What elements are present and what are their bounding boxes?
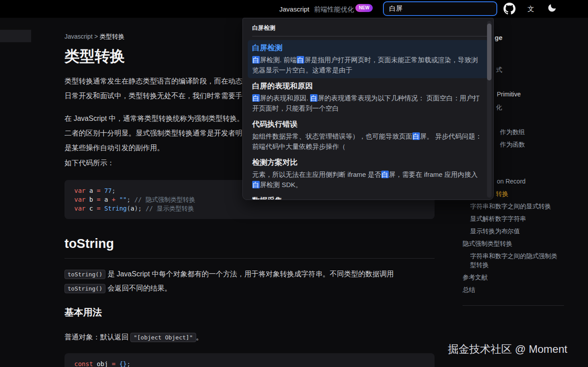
paragraph-line: 在 JavaScript 中，通常将类型转换统称为强制类型转换。 bbox=[64, 111, 244, 126]
toc-item[interactable]: 作为函数 bbox=[500, 141, 525, 149]
search-result[interactable]: 代码执行错误如组件数据异常、状态管理错误等），也可能导致页面白屏。 异步代码问题… bbox=[248, 116, 488, 155]
search-result-title: 代码执行错误 bbox=[252, 120, 484, 129]
breadcrumb-section[interactable]: Javascript bbox=[64, 33, 93, 40]
code-line: const obj = {}; bbox=[74, 359, 425, 367]
dropdown-scrollbar-track[interactable] bbox=[487, 21, 491, 198]
nav-link-performance[interactable]: 前端性能优化 bbox=[314, 5, 354, 14]
search-result-snippet: 元素，所以无法在主应用侧判断 iframe 是否白屏，需要在 iframe 应用… bbox=[252, 169, 484, 190]
breadcrumb: Javascript > 类型转换 bbox=[64, 33, 125, 41]
search-result[interactable]: 白屏的表现和原因白屏的表现和原因. 白屏的表现通常表现为以下几种情况： 页面空白… bbox=[248, 78, 488, 116]
toc-item[interactable]: 字符串和数字之间的显式转换 bbox=[470, 203, 551, 211]
results-section-header: 白屏检测 bbox=[252, 24, 490, 36]
toc-item[interactable]: on Record bbox=[497, 178, 526, 185]
breadcrumb-separator: > bbox=[94, 33, 98, 40]
search-result[interactable]: 数据采集 bbox=[248, 193, 488, 200]
github-icon[interactable] bbox=[503, 3, 516, 15]
watermark: 掘金技术社区 @ Moment bbox=[448, 342, 567, 356]
search-result[interactable]: 检测方案对比元素，所以无法在主应用侧判断 iframe 是否白屏，需要在 ifr… bbox=[248, 155, 488, 193]
toc-item[interactable]: 式 bbox=[496, 66, 502, 74]
toc-item[interactable]: 显式解析数字字符串 bbox=[470, 215, 526, 223]
breadcrumb-page: 类型转换 bbox=[100, 33, 125, 40]
toc-item[interactable]: 显示转换为布尔值 bbox=[470, 227, 520, 235]
paragraph-line: 二者的区别十分明显。显式强制类型转换通常是开发者明 bbox=[64, 126, 244, 140]
paragraph-line: 类型转换通常发生在静态类型语言的编译阶段，而在动态 bbox=[64, 74, 242, 88]
tostring-paragraph: toString() 是 JavaScript 中每个对象都有的一个方法，用于将… bbox=[64, 267, 435, 295]
toc-item[interactable]: 转换 bbox=[496, 190, 508, 198]
search-result-title: 白屏的表现和原因 bbox=[252, 81, 484, 91]
search-result-snippet: 白屏的表现和原因. 白屏的表现通常表现为以下几种情况： 页面空白：用户打开页面时… bbox=[252, 93, 484, 113]
toc-item[interactable]: 参考文献 bbox=[463, 274, 487, 282]
nav-link-javascript[interactable]: Javascript bbox=[279, 5, 310, 13]
paragraph-line: 是某些操作自动引发的副作用。 bbox=[64, 140, 244, 155]
paragraph-line: 日常开发和面试中，类型转换无处不在，我们时常需要手 bbox=[64, 88, 242, 103]
sidebar-edge bbox=[0, 30, 31, 42]
inline-code: toString() bbox=[64, 270, 105, 279]
search-result-snippet: 白屏检测. 前端白屏是指用户打开网页时，页面未能正常加载或渲染，导致浏览器显示一… bbox=[252, 55, 484, 75]
subsection-heading-basic-usage: 基本用法 bbox=[64, 306, 102, 319]
toc-item[interactable]: 作为数组 bbox=[500, 128, 525, 136]
search-results: 白屏检测白屏检测. 前端白屏是指用户打开网页时，页面未能正常加载或渲染，导致浏览… bbox=[243, 36, 493, 200]
intro-paragraph-2: 在 JavaScript 中，通常将类型转换统称为强制类型转换。二者的区别十分明… bbox=[64, 111, 244, 155]
code-line: var c = String(a); // 显示类型转换 bbox=[74, 204, 425, 213]
toc-item[interactable]: ge bbox=[495, 34, 503, 41]
search-dropdown: 白屏检测 白屏检测白屏检测. 前端白屏是指用户打开网页时，页面未能正常加载或渲染… bbox=[242, 18, 494, 200]
search-result-title: 检测方案对比 bbox=[252, 158, 484, 168]
toc-item[interactable]: 隐式强制类型转换 bbox=[463, 240, 512, 248]
section-heading-tostring: toString bbox=[64, 236, 435, 259]
search-result-snippet: 如组件数据异常、状态管理错误等），也可能导致页面白屏。 异步代码问题：前端代码中… bbox=[252, 131, 484, 152]
dropdown-scrollbar-thumb[interactable] bbox=[487, 24, 491, 80]
plain-object-paragraph: 普通对象：默认返回 "[object Object]"。 bbox=[64, 330, 435, 344]
new-badge: NEW bbox=[355, 4, 373, 12]
dark-mode-moon-icon[interactable] bbox=[548, 4, 556, 12]
search-input[interactable] bbox=[383, 1, 497, 16]
toc-item[interactable]: 总结 bbox=[463, 286, 475, 294]
code-lead-in: 如下代码所示： bbox=[64, 159, 114, 168]
toc-item[interactable]: 化 bbox=[496, 104, 502, 112]
page-title: 类型转换 bbox=[64, 46, 125, 67]
toc-divider bbox=[463, 305, 564, 306]
toc-item[interactable]: Primitive bbox=[497, 91, 521, 98]
inline-code: toString() bbox=[64, 284, 105, 293]
code-block-obj: const obj = {}; bbox=[64, 353, 435, 367]
search-result-title: 数据采集 bbox=[252, 196, 484, 200]
search-result-title: 白屏检测 bbox=[252, 43, 484, 53]
language-icon[interactable]: 文 bbox=[528, 5, 534, 13]
toc-item[interactable]: 字符串和数字之间的隐式强制类 bbox=[470, 252, 557, 260]
inline-code: "[object Object]" bbox=[130, 333, 196, 342]
search-result[interactable]: 白屏检测白屏检测. 前端白屏是指用户打开网页时，页面未能正常加载或渲染，导致浏览… bbox=[248, 40, 488, 78]
intro-paragraph-1: 类型转换通常发生在静态类型语言的编译阶段，而在动态日常开发和面试中，类型转换无处… bbox=[64, 74, 242, 103]
top-navbar: Javascript 前端性能优化 NEW 文 bbox=[0, 0, 588, 18]
toc-item[interactable]: 型转换 bbox=[470, 261, 489, 269]
